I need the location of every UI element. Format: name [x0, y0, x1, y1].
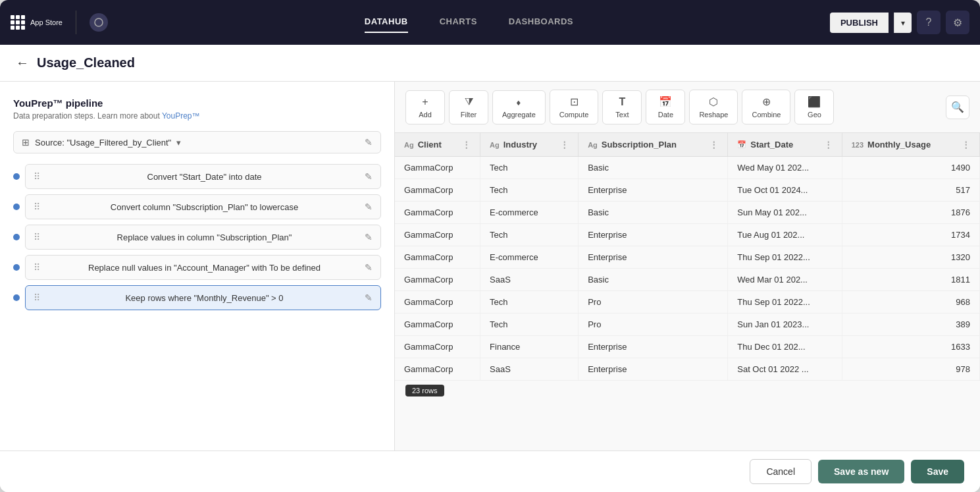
geo-button[interactable]: ⬛ Geo	[794, 90, 834, 124]
type-icon-client: Ag	[404, 141, 414, 149]
app-store-label[interactable]: App Store	[30, 18, 63, 26]
table-cell: 968	[842, 291, 979, 314]
app-grid-icon[interactable]	[11, 15, 25, 30]
table-cell: Pro	[579, 291, 728, 314]
col-menu-icon[interactable]: ⋮	[824, 140, 833, 150]
settings-button[interactable]: ⚙	[946, 11, 969, 34]
step-box-active[interactable]: ⠿ Keep rows where "Monthly_Revenue" > 0 …	[25, 285, 381, 310]
pipeline-title: YouPrep™ pipeline	[13, 97, 381, 109]
page-header: ← Usage_Cleaned	[0, 45, 980, 82]
table-cell: GammaCorp	[395, 358, 480, 381]
filter-button[interactable]: ⧩ Filter	[449, 90, 488, 124]
table-cell: Tech	[480, 157, 579, 179]
col-industry-label: Industry	[503, 140, 537, 150]
col-industry[interactable]: Ag Industry ⋮	[480, 133, 579, 157]
combine-label: Combine	[752, 111, 781, 119]
back-button[interactable]: ←	[16, 55, 29, 70]
step-edit-icon[interactable]: ✎	[365, 292, 373, 303]
table-cell: Enterprise	[579, 336, 728, 358]
step-drag-icon: ⠿	[34, 171, 40, 182]
pipeline-subtitle: Data preparation steps. Learn more about…	[13, 111, 381, 121]
table-cell: 1811	[842, 269, 979, 291]
dropdown-icon: ▾	[176, 138, 181, 148]
table-cell: 1633	[842, 336, 979, 358]
help-button[interactable]: ?	[917, 11, 941, 34]
table-row: GammaCorpSaaSBasicWed Mar 01 202...1811	[395, 269, 980, 291]
cancel-button[interactable]: Cancel	[750, 459, 812, 484]
table-cell: Basic	[579, 202, 728, 224]
publish-button[interactable]: PUBLISH	[830, 13, 889, 33]
table-cell: 978	[842, 358, 979, 381]
table-header-row: Ag Client ⋮ Ag Industry ⋮	[395, 133, 980, 157]
table-row: GammaCorpTechBasicWed May 01 202...1490	[395, 157, 980, 179]
step-row: ⠿ Keep rows where "Monthly_Revenue" > 0 …	[13, 285, 381, 310]
combine-button[interactable]: ⊕ Combine	[742, 90, 790, 124]
step-label: Keep rows where "Monthly_Revenue" > 0	[125, 293, 283, 303]
col-client[interactable]: Ag Client ⋮	[395, 133, 480, 157]
compute-button[interactable]: ⊡ Compute	[550, 90, 599, 124]
reshape-label: Reshape	[699, 111, 728, 119]
save-as-new-button[interactable]: Save as new	[818, 460, 904, 483]
nav-center: DATAHUB CHARTS DASHBOARDS	[108, 16, 830, 29]
text-icon: T	[619, 96, 626, 108]
col-menu-icon[interactable]: ⋮	[462, 140, 471, 150]
question-icon: ?	[926, 16, 932, 28]
col-menu-icon[interactable]: ⋮	[962, 140, 970, 150]
col-start-date[interactable]: 📅 Start_Date ⋮	[728, 133, 842, 157]
nav-right-area: PUBLISH ▾ ? ⚙	[830, 11, 969, 34]
step-edit-icon[interactable]: ✎	[365, 202, 373, 212]
search-button[interactable]: 🔍	[946, 96, 969, 119]
nav-datahub[interactable]: DATAHUB	[365, 16, 408, 29]
col-menu-icon[interactable]: ⋮	[560, 140, 569, 150]
step-edit-icon[interactable]: ✎	[365, 232, 373, 242]
nav-divider	[76, 11, 76, 34]
step-label: Replace null values in "Account_Manager"…	[88, 263, 321, 273]
step-label: Convert "Start_Date" into date	[147, 172, 262, 182]
step-dot	[13, 294, 20, 301]
table-cell: Finance	[480, 336, 579, 358]
publish-dropdown-button[interactable]: ▾	[894, 13, 912, 33]
step-drag-icon: ⠿	[34, 292, 40, 303]
date-button[interactable]: 📅 Date	[646, 90, 685, 124]
table-cell: 1320	[842, 246, 979, 269]
table-cell: 1876	[842, 202, 979, 224]
step-row: ⠿ Replace null values in "Account_Manage…	[13, 255, 381, 280]
body-area: YouPrep™ pipeline Data preparation steps…	[0, 82, 980, 451]
step-box[interactable]: ⠿ Replace values in column "Subscription…	[25, 225, 381, 250]
step-edit-icon[interactable]: ✎	[365, 262, 373, 273]
table-cell: Sun May 01 202...	[728, 202, 842, 224]
step-box[interactable]: ⠿ Convert column "Subscription_Plan" to …	[25, 194, 381, 219]
text-label: Text	[615, 111, 629, 119]
source-selector[interactable]: ⊞ Source: "Usage_Filtered_by_Client" ▾ ✎	[13, 131, 381, 153]
table-cell: Thu Sep 01 2022...	[728, 291, 842, 314]
source-edit-icon[interactable]: ✎	[365, 137, 373, 148]
col-monthly-usage-label: Monthly_Usage	[867, 140, 931, 150]
col-subscription-plan[interactable]: Ag Subscription_Plan ⋮	[579, 133, 728, 157]
table-row: GammaCorpE-commerceBasicSun May 01 202..…	[395, 202, 980, 224]
text-button[interactable]: T Text	[602, 90, 642, 124]
save-button[interactable]: Save	[911, 460, 964, 483]
add-button[interactable]: + Add	[405, 90, 445, 124]
aggregate-button[interactable]: ⬧ Aggregate	[492, 90, 546, 124]
col-monthly-usage[interactable]: 123 Monthly_Usage ⋮	[842, 133, 979, 157]
table-row: GammaCorpSaaSEnterpriseSat Oct 01 2022 .…	[395, 358, 980, 381]
geo-icon: ⬛	[808, 96, 821, 108]
nav-dashboards[interactable]: DASHBOARDS	[509, 16, 573, 29]
table-cell: GammaCorp	[395, 291, 480, 314]
step-box[interactable]: ⠿ Convert "Start_Date" into date ✎	[25, 164, 381, 189]
col-menu-icon[interactable]: ⋮	[709, 140, 718, 150]
step-box[interactable]: ⠿ Replace null values in "Account_Manage…	[25, 255, 381, 280]
table-cell: Basic	[579, 157, 728, 179]
nav-charts[interactable]: CHARTS	[440, 16, 477, 29]
reshape-icon: ⬡	[709, 96, 718, 108]
step-edit-icon[interactable]: ✎	[365, 171, 373, 182]
table-row: GammaCorpTechEnterpriseTue Aug 01 202...…	[395, 224, 980, 246]
reshape-button[interactable]: ⬡ Reshape	[689, 90, 738, 124]
table-cell: Tue Aug 01 202...	[728, 224, 842, 246]
youprep-link[interactable]: YouPrep™	[162, 111, 200, 121]
col-subscription-label: Subscription_Plan	[602, 140, 677, 150]
database-icon: ⊞	[22, 137, 30, 148]
gear-icon: ⚙	[953, 16, 962, 29]
chevron-down-icon: ▾	[901, 18, 905, 28]
nav-circle-icon[interactable]	[90, 13, 108, 32]
